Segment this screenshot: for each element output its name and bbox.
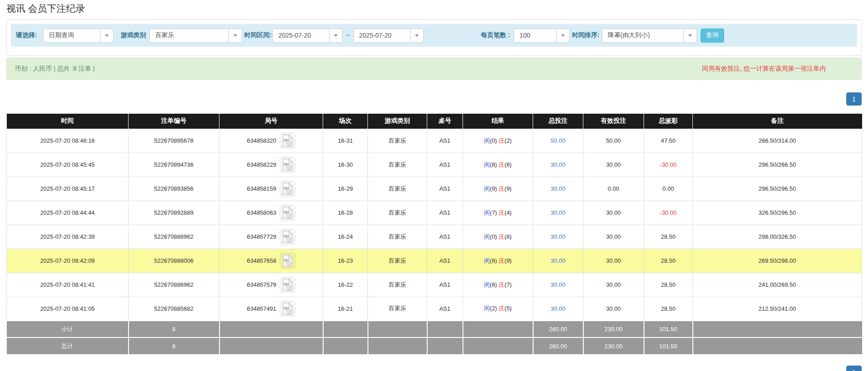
cell-table: AS1 bbox=[427, 177, 463, 201]
cell-total-bet[interactable]: 30.00 bbox=[533, 249, 583, 273]
chevron-down-icon bbox=[410, 29, 423, 42]
video-replay-button[interactable] bbox=[280, 181, 296, 197]
cell-time: 2025-07-20 08:45:17 bbox=[7, 177, 129, 201]
video-file-icon bbox=[281, 302, 294, 315]
cell-game: 百家乐 bbox=[368, 129, 427, 153]
cell-round-id: 634857729 bbox=[219, 225, 323, 249]
query-button[interactable]: 查询 bbox=[701, 29, 724, 43]
cell-valid-bet: 0.00 bbox=[583, 177, 644, 201]
bet-records-table: 时间注单编号局号场次游戏类别桌号结果总投注有效投注总派彩备注 2025-07-2… bbox=[6, 114, 862, 354]
video-replay-button[interactable] bbox=[280, 253, 296, 269]
query-type-select[interactable]: 日期查询 bbox=[43, 29, 114, 43]
cell-time: 2025-07-20 08:44:44 bbox=[7, 201, 129, 225]
cell-time: 2025-07-20 08:46:16 bbox=[7, 129, 129, 153]
cell-payout: 28.50 bbox=[644, 225, 693, 249]
cell-valid-bet: 30.00 bbox=[583, 249, 644, 273]
cell-total-bet[interactable]: 50.00 bbox=[533, 129, 583, 153]
footer-count: 8 bbox=[129, 337, 219, 354]
footer-payout: 101.50 bbox=[644, 321, 693, 337]
page-size-label: 每页笔数 : bbox=[481, 31, 510, 39]
video-file-icon bbox=[281, 254, 294, 267]
cell-payout: 47.50 bbox=[644, 129, 693, 153]
cell-table: AS1 bbox=[427, 201, 463, 225]
cell-result: 闲(9) 庄(9) bbox=[463, 177, 533, 201]
video-replay-button[interactable] bbox=[280, 133, 296, 149]
footer-count: 8 bbox=[129, 321, 219, 337]
cell-time: 2025-07-20 08:41:05 bbox=[7, 297, 129, 321]
sort-select[interactable]: 降幂(由大到小) bbox=[602, 29, 697, 43]
cell-note: 241.00/269.50 bbox=[693, 273, 862, 297]
cell-session: 16-23 bbox=[323, 249, 368, 273]
sort-label: 时间排序: bbox=[572, 31, 600, 39]
cell-session: 16-21 bbox=[323, 297, 368, 321]
footer-total-bet: 260.00 bbox=[533, 321, 583, 337]
cell-game: 百家乐 bbox=[368, 225, 427, 249]
page-1-button[interactable]: 1 bbox=[846, 92, 862, 106]
page-size-select[interactable]: 100 bbox=[514, 29, 570, 43]
cell-note: 326.50/296.50 bbox=[693, 201, 862, 225]
footer-label: 总计 bbox=[7, 337, 129, 354]
cell-bet-id: 522670895678 bbox=[129, 129, 219, 153]
cell-note: 298.00/326.50 bbox=[693, 225, 862, 249]
cell-valid-bet: 30.00 bbox=[583, 225, 644, 249]
video-replay-button[interactable] bbox=[280, 277, 296, 293]
filter-bar: 请选择: 日期查询 游戏类别 百家乐 时间区间: 2025-07-20 ~ 20… bbox=[11, 24, 857, 47]
column-header-6: 桌号 bbox=[427, 114, 463, 129]
column-header-7: 结果 bbox=[463, 114, 533, 129]
cell-total-bet[interactable]: 30.00 bbox=[533, 201, 583, 225]
cell-table: AS1 bbox=[427, 129, 463, 153]
pagination-bottom: 1 bbox=[6, 366, 862, 371]
footer-label: 小计 bbox=[7, 321, 129, 337]
date-from-select[interactable]: 2025-07-20 bbox=[272, 29, 343, 43]
summary-currency-count: 币别 : 人民币 | 总共 :8 注单 | bbox=[15, 65, 95, 73]
cell-total-bet[interactable]: 30.00 bbox=[533, 297, 583, 321]
video-file-icon bbox=[281, 206, 294, 219]
video-replay-button[interactable] bbox=[280, 229, 296, 245]
summary-note: 同局有效投注, 统一计算在该局第一张注单内 bbox=[702, 65, 853, 73]
cell-payout: 28.50 bbox=[644, 249, 693, 273]
cell-total-bet[interactable]: 30.00 bbox=[533, 177, 583, 201]
cell-table: AS1 bbox=[427, 153, 463, 177]
table-row: 2025-07-20 08:46:16522670895678634858320… bbox=[7, 129, 862, 153]
column-header-4: 场次 bbox=[323, 114, 368, 129]
game-type-select[interactable]: 百家乐 bbox=[149, 29, 242, 43]
table-footer-row: 总计8260.00230.00101.50 bbox=[7, 337, 862, 354]
cell-note: 296.50/266.50 bbox=[693, 153, 862, 177]
cell-valid-bet: 30.00 bbox=[583, 297, 644, 321]
range-separator: ~ bbox=[346, 32, 350, 39]
cell-round-id: 634857579 bbox=[219, 273, 323, 297]
cell-note: 212.50/241.00 bbox=[693, 297, 862, 321]
date-to-select[interactable]: 2025-07-20 bbox=[353, 29, 424, 43]
cell-table: AS1 bbox=[427, 273, 463, 297]
table-footer-row: 小计8260.00230.00101.50 bbox=[7, 321, 862, 337]
chevron-down-icon bbox=[683, 29, 696, 42]
cell-round-id: 634858229 bbox=[219, 153, 323, 177]
table-row: 2025-07-20 08:41:05522670885682634857491… bbox=[7, 297, 862, 321]
video-file-icon bbox=[281, 158, 294, 171]
cell-game: 百家乐 bbox=[368, 201, 427, 225]
footer-payout: 101.50 bbox=[644, 337, 693, 354]
video-replay-button[interactable] bbox=[280, 301, 296, 317]
video-replay-button[interactable] bbox=[280, 205, 296, 221]
page-title: 视讯 会员下注纪录 bbox=[6, 0, 862, 19]
cell-time: 2025-07-20 08:41:41 bbox=[7, 273, 129, 297]
cell-bet-id: 522670893856 bbox=[129, 177, 219, 201]
cell-table: AS1 bbox=[427, 225, 463, 249]
chevron-down-icon bbox=[100, 29, 113, 42]
page-1-button[interactable]: 1 bbox=[846, 366, 862, 371]
video-file-icon bbox=[281, 278, 294, 291]
cell-result: 闲(0) 庄(8) bbox=[463, 225, 533, 249]
filter-panel: 请选择: 日期查询 游戏类别 百家乐 时间区间: 2025-07-20 ~ 20… bbox=[6, 19, 862, 56]
cell-total-bet[interactable]: 30.00 bbox=[533, 273, 583, 297]
video-replay-button[interactable] bbox=[280, 157, 296, 173]
cell-valid-bet: 30.00 bbox=[583, 273, 644, 297]
cell-time: 2025-07-20 08:45:45 bbox=[7, 153, 129, 177]
cell-total-bet[interactable]: 30.00 bbox=[533, 225, 583, 249]
cell-round-id: 634858320 bbox=[219, 129, 323, 153]
cell-result: 闲(7) 庄(4) bbox=[463, 201, 533, 225]
table-row: 2025-07-20 08:45:17522670893856634858159… bbox=[7, 177, 862, 201]
cell-note: 266.50/314.00 bbox=[693, 129, 862, 153]
cell-total-bet[interactable]: 30.00 bbox=[533, 153, 583, 177]
chevron-down-icon bbox=[229, 29, 242, 42]
cell-valid-bet: 30.00 bbox=[583, 153, 644, 177]
